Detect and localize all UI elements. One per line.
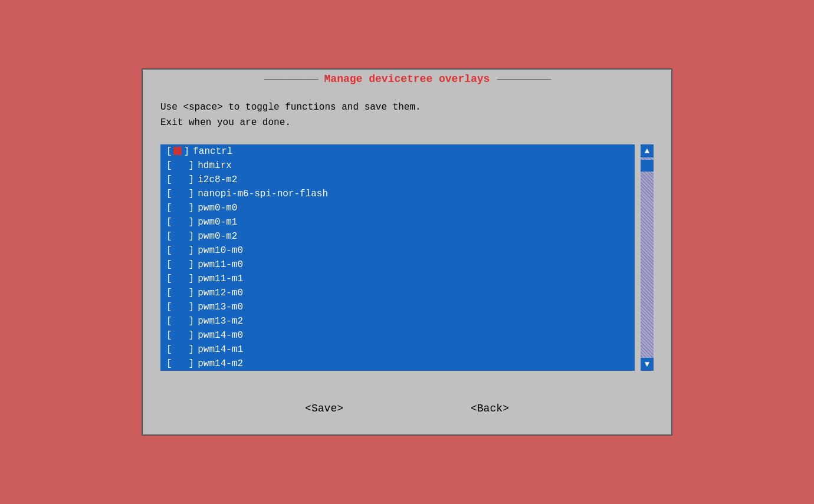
item-label: pwm0-m0 xyxy=(198,203,237,213)
list-item[interactable]: [ ] pwm12-m0 xyxy=(160,286,635,300)
item-label: fanctrl xyxy=(193,146,232,157)
bracket-close: ] xyxy=(189,231,195,242)
bracket-close: ] xyxy=(189,358,195,369)
bracket-close: ] xyxy=(189,316,195,327)
list-item[interactable]: [ ] pwm11-m1 xyxy=(160,272,635,286)
bracket-open: [ xyxy=(166,274,172,284)
bracket-close: ] xyxy=(189,274,195,284)
bracket-open: [ xyxy=(166,245,172,256)
item-label: pwm14-m2 xyxy=(198,358,243,369)
bracket-close: ] xyxy=(189,174,195,185)
bracket-open: [ xyxy=(166,302,172,312)
bracket-close: ] xyxy=(189,330,195,341)
overlay-list[interactable]: [] fanctrl[ ] hdmirx[ ] i2c8-m2[ ] nanop… xyxy=(160,144,635,371)
bracket-open: [ xyxy=(166,259,172,270)
item-label: pwm13-m2 xyxy=(198,316,243,327)
list-item[interactable]: [ ] nanopi-m6-spi-nor-flash xyxy=(160,187,635,201)
bracket-open: [ xyxy=(166,330,172,341)
bracket-close: ] xyxy=(189,189,195,199)
bracket-open: [ xyxy=(166,358,172,369)
list-item[interactable]: [ ] pwm13-m0 xyxy=(160,300,635,314)
bracket-close: ] xyxy=(189,302,195,312)
back-button[interactable]: <Back> xyxy=(466,400,514,417)
bracket-open: [ xyxy=(166,316,172,327)
scroll-thumb xyxy=(641,160,654,172)
scroll-track[interactable] xyxy=(641,157,654,358)
bracket-open: [ xyxy=(166,160,172,171)
list-item[interactable]: [ ] hdmirx xyxy=(160,159,635,173)
checkbox-checked xyxy=(173,147,182,155)
dialog-title: Manage devicetree overlays xyxy=(317,73,497,85)
bracket-open: [ xyxy=(166,288,172,298)
bracket-close: ] xyxy=(189,217,195,228)
bracket-close: ] xyxy=(189,344,195,355)
dialog-body: Use <space> to toggle functions and save… xyxy=(143,88,671,388)
list-item[interactable]: [ ] pwm0-m0 xyxy=(160,201,635,215)
dialog-titlebar: Manage devicetree overlays xyxy=(143,70,671,88)
bracket-close: ] xyxy=(189,259,195,270)
bracket-close: ] xyxy=(189,160,195,171)
scroll-up-button[interactable]: ▲ xyxy=(641,144,654,157)
list-item[interactable]: [ ] i2c8-m2 xyxy=(160,173,635,187)
list-item[interactable]: [ ] pwm14-m1 xyxy=(160,342,635,357)
scrollbar: ▲ ▼ xyxy=(641,144,654,371)
item-label: pwm0-m2 xyxy=(198,231,237,242)
instructions: Use <space> to toggle functions and save… xyxy=(160,100,654,130)
bracket-open: [ xyxy=(166,203,172,213)
item-label: pwm13-m0 xyxy=(198,302,243,312)
item-label: nanopi-m6-spi-nor-flash xyxy=(198,189,328,199)
item-label: pwm11-m0 xyxy=(198,259,243,270)
dialog-footer: <Save> <Back> xyxy=(143,388,671,434)
bracket-open: [ xyxy=(166,344,172,355)
scroll-down-button[interactable]: ▼ xyxy=(641,358,654,371)
bracket-close: ] xyxy=(189,203,195,213)
content-area: [] fanctrl[ ] hdmirx[ ] i2c8-m2[ ] nanop… xyxy=(160,144,654,371)
list-item[interactable]: [ ] pwm10-m0 xyxy=(160,243,635,258)
item-label: hdmirx xyxy=(198,160,232,171)
save-button[interactable]: <Save> xyxy=(300,400,348,417)
instruction-line2: Exit when you are done. xyxy=(160,116,654,131)
bracket-open: [ xyxy=(166,174,172,185)
instruction-line1: Use <space> to toggle functions and save… xyxy=(160,100,654,116)
bracket-open: [ xyxy=(166,189,172,199)
list-item[interactable]: [ ] pwm14-m2 xyxy=(160,357,635,371)
bracket-close: ] xyxy=(184,146,190,157)
item-label: pwm14-m1 xyxy=(198,344,243,355)
manage-overlays-dialog: Manage devicetree overlays Use <space> t… xyxy=(142,68,672,436)
list-item[interactable]: [] fanctrl xyxy=(160,144,635,159)
list-item[interactable]: [ ] pwm14-m0 xyxy=(160,328,635,342)
item-label: pwm0-m1 xyxy=(198,217,237,228)
bracket-open: [ xyxy=(166,231,172,242)
item-label: pwm10-m0 xyxy=(198,245,243,256)
item-label: pwm11-m1 xyxy=(198,274,243,284)
bracket-close: ] xyxy=(189,245,195,256)
list-item[interactable]: [ ] pwm11-m0 xyxy=(160,258,635,272)
list-item[interactable]: [ ] pwm0-m1 xyxy=(160,215,635,229)
bracket-close: ] xyxy=(189,288,195,298)
bracket-open: [ xyxy=(166,217,172,228)
item-label: pwm14-m0 xyxy=(198,330,243,341)
item-label: pwm12-m0 xyxy=(198,288,243,298)
bracket-open: [ xyxy=(166,146,172,157)
item-label: i2c8-m2 xyxy=(198,174,237,185)
list-item[interactable]: [ ] pwm0-m2 xyxy=(160,229,635,243)
list-item[interactable]: [ ] pwm13-m2 xyxy=(160,314,635,328)
